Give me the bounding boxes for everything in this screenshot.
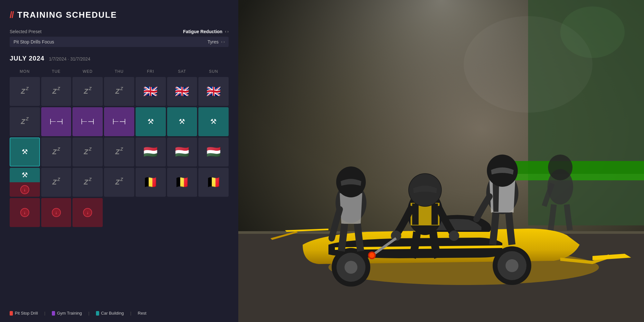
gym-icon: ⊢⊣ <box>50 117 63 126</box>
cell-w1-fri[interactable]: 🇬🇧 <box>136 77 166 106</box>
rest-icon: ZZ <box>52 87 60 96</box>
cell-w5-fri <box>136 198 166 227</box>
cell-w2-wed[interactable]: ⊢⊣ <box>72 107 103 136</box>
cell-w4-thu[interactable]: ZZ <box>104 168 134 197</box>
svg-point-27 <box>369 253 374 258</box>
fatigue-value: Fatigue Reduction ‹ › <box>183 29 229 34</box>
left-panel: // TRAINING SCHEDULE Selected Preset Fat… <box>0 0 238 322</box>
fatigue-bottom: ↓ <box>10 182 40 197</box>
cell-w1-mon[interactable]: ZZ <box>10 77 40 106</box>
rest-icon: ZZ <box>84 178 91 186</box>
week-2: ZZ ⊢⊣ ⊢⊣ ⊢⊣ ⚒ ⚒ ⚒ <box>10 107 229 136</box>
cell-w3-sat[interactable]: 🇭🇺 <box>167 137 197 166</box>
preset-row-top: Selected Preset Fatigue Reduction ‹ › <box>10 29 229 34</box>
legend: Pit Stop Drill | Gym Training | Car Buil… <box>10 307 229 316</box>
gym-icon: ⊢⊣ <box>112 117 126 126</box>
rest-icon: ZZ <box>84 87 91 96</box>
svg-point-19 <box>449 231 459 241</box>
cell-w4-mon[interactable]: ⚒ ↓ <box>10 168 40 197</box>
cell-w5-mon[interactable]: ↓ <box>10 198 40 227</box>
title-bar: // TRAINING SCHEDULE <box>10 10 229 20</box>
rest-icon: ZZ <box>115 178 123 186</box>
cell-w3-tue[interactable]: ZZ <box>41 137 71 166</box>
legend-car: Car Building <box>96 311 124 316</box>
svg-point-14 <box>506 259 518 272</box>
cell-w4-sat[interactable]: 🇧🇪 <box>167 168 197 197</box>
rest-icon: ZZ <box>52 178 60 186</box>
cell-w3-wed[interactable]: ZZ <box>72 137 103 166</box>
gym-color <box>52 311 55 316</box>
calendar-grid: ZZ ZZ ZZ ZZ 🇬🇧 🇬🇧 🇬🇧 <box>10 77 229 227</box>
gym-icon: ⊢⊣ <box>81 117 94 126</box>
cell-w3-mon[interactable]: ⚒ <box>10 137 40 166</box>
rest-icon: ZZ <box>115 87 123 96</box>
preset-section: Selected Preset Fatigue Reduction ‹ › Pi… <box>10 29 229 47</box>
belgium-flag: 🇧🇪 <box>175 175 189 189</box>
cell-w1-wed[interactable]: ZZ <box>72 77 103 106</box>
cell-w4-sun[interactable]: 🇧🇪 <box>198 168 229 197</box>
cell-w5-sun <box>198 198 229 227</box>
cell-w3-thu[interactable]: ZZ <box>104 137 134 166</box>
cell-w1-tue[interactable]: ZZ <box>41 77 71 106</box>
pit-top: ⚒ <box>10 168 40 182</box>
month-range: 1/7/2024 · 31/7/2024 <box>49 56 90 62</box>
cell-w4-fri[interactable]: 🇧🇪 <box>136 168 166 197</box>
calendar: MON TUE WED THU FRI SAT SUN ZZ ZZ ZZ <box>10 68 229 302</box>
hungary-flag: 🇭🇺 <box>143 145 158 159</box>
rest-icon: ZZ <box>52 148 60 156</box>
title-slashes: // <box>10 10 14 20</box>
fatigue-icon: ↓ <box>20 208 29 217</box>
pit-icon: ⚒ <box>22 171 28 179</box>
hungary-flag: 🇭🇺 <box>175 145 189 159</box>
cell-w5-tue[interactable]: ↓ <box>41 198 71 227</box>
day-fri: FRI <box>136 68 166 75</box>
cell-w2-fri[interactable]: ⚒ <box>136 107 166 136</box>
week-1: ZZ ZZ ZZ ZZ 🇬🇧 🇬🇧 🇬🇧 <box>10 77 229 106</box>
cell-w5-wed[interactable]: ↓ <box>72 198 103 227</box>
right-panel <box>238 0 644 322</box>
fatigue-icon: ↓ <box>20 185 29 194</box>
cell-w2-mon[interactable]: ZZ <box>10 107 40 136</box>
day-sun: SUN <box>198 68 229 75</box>
day-wed: WED <box>72 68 103 75</box>
uk-flag: 🇬🇧 <box>143 85 158 98</box>
fatigue-arrows[interactable]: ‹ › <box>225 29 229 34</box>
day-thu: THU <box>104 68 134 75</box>
day-sat: SAT <box>167 68 197 75</box>
svg-rect-5 <box>512 174 644 180</box>
belgium-flag: 🇧🇪 <box>143 175 158 189</box>
pit-scene-svg <box>238 0 644 322</box>
svg-rect-4 <box>512 161 644 174</box>
pit-icon: ⚒ <box>210 118 217 126</box>
pit-icon: ⚒ <box>22 148 28 156</box>
cell-w3-sun[interactable]: 🇭🇺 <box>198 137 229 166</box>
pit-label: Pit Stop Drill <box>15 311 38 316</box>
car-label: Car Building <box>101 311 124 316</box>
car-color <box>96 311 99 316</box>
cell-w4-wed[interactable]: ZZ <box>72 168 103 197</box>
cell-w2-thu[interactable]: ⊢⊣ <box>104 107 134 136</box>
cell-w2-sun[interactable]: ⚒ <box>198 107 229 136</box>
legend-pit: Pit Stop Drill <box>10 311 38 316</box>
day-tue: TUE <box>41 68 71 75</box>
cell-w2-tue[interactable]: ⊢⊣ <box>41 107 71 136</box>
uk-flag: 🇬🇧 <box>175 85 189 98</box>
week-3: ⚒ ZZ ZZ ZZ 🇭🇺 🇭🇺 🇭🇺 <box>10 137 229 166</box>
rest-icon: ZZ <box>115 148 123 156</box>
cell-w1-thu[interactable]: ZZ <box>104 77 134 106</box>
tyres-arrows[interactable]: ‹ › <box>221 40 225 44</box>
month-name: JULY 2024 <box>10 55 44 62</box>
cell-w5-thu <box>104 198 134 227</box>
sep1: | <box>44 311 45 316</box>
svg-point-11 <box>345 261 357 274</box>
cell-w4-tue[interactable]: ZZ <box>41 168 71 197</box>
cell-w2-sat[interactable]: ⚒ <box>167 107 197 136</box>
cell-w3-fri[interactable]: 🇭🇺 <box>136 137 166 166</box>
cell-w1-sat[interactable]: 🇬🇧 <box>167 77 197 106</box>
tyres-text: Tyres <box>207 39 218 44</box>
svg-point-29 <box>560 6 625 58</box>
hungary-flag: 🇭🇺 <box>206 145 221 159</box>
belgium-flag: 🇧🇪 <box>206 175 221 189</box>
cell-w1-sun[interactable]: 🇬🇧 <box>198 77 229 106</box>
photo-background <box>238 0 644 322</box>
